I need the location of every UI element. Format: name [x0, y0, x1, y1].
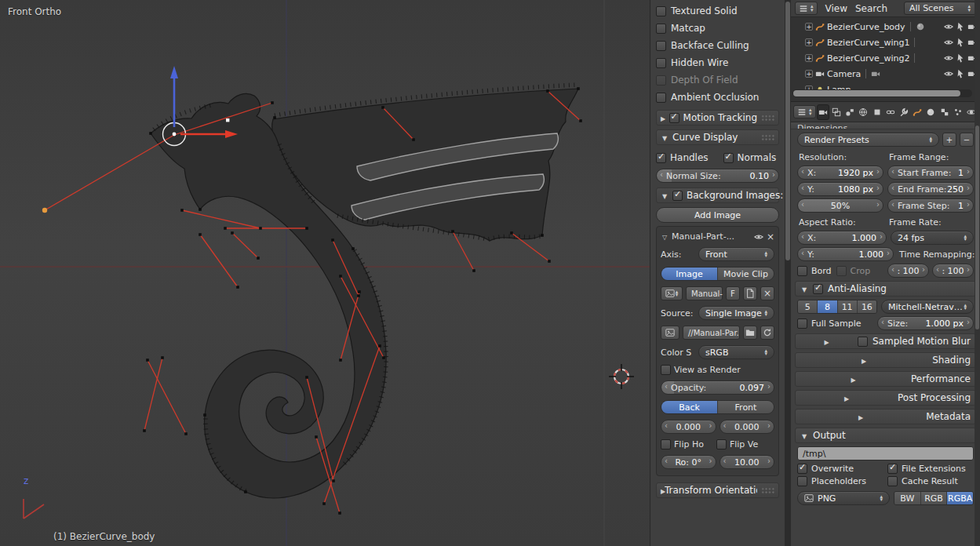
panel-sampled-motion-blur[interactable]: Sampled Motion Blur [795, 333, 976, 349]
view-as-render-checkbox[interactable] [661, 365, 671, 375]
outliner-item-beziercurve-wing1[interactable]: BezierCurve_wing1 [791, 35, 980, 50]
tab-render-layers[interactable] [830, 104, 843, 120]
panel-motion-tracking[interactable]: Motion Tracking [656, 110, 779, 126]
unlink-button[interactable] [760, 286, 774, 300]
scrollbar-thumb[interactable] [793, 90, 960, 96]
expanded-icon[interactable] [661, 132, 669, 143]
add-image-button[interactable]: Add Image [656, 207, 779, 223]
tab-texture[interactable] [938, 104, 950, 120]
output-path-field[interactable]: /tmp\ [797, 446, 974, 460]
outliner-horizontal-scrollbar[interactable] [792, 89, 972, 97]
option-textured-solid[interactable]: Textured Solid [656, 2, 779, 20]
collapsed-icon[interactable] [800, 373, 906, 384]
opacity-slider[interactable]: Opacity: 0.097 [661, 380, 774, 395]
color-mode-bw[interactable]: BW [894, 492, 921, 504]
scrollbar-thumb[interactable] [785, 2, 790, 260]
filepath-field[interactable]: //Manual-Par... [683, 326, 740, 340]
panel-performance[interactable]: Performance [795, 371, 976, 387]
eye-icon[interactable] [944, 53, 953, 63]
eye-icon[interactable] [944, 22, 953, 31]
checkbox[interactable] [656, 6, 666, 16]
aa-samples-16[interactable]: 16 [858, 300, 876, 313]
expanded-icon[interactable] [800, 283, 808, 294]
resolution-y-field[interactable]: Y:1080 px [797, 182, 883, 196]
drag-grip-icon[interactable] [761, 115, 774, 122]
collapsed-icon[interactable] [661, 112, 665, 123]
aspect-x-field[interactable]: X:1.000 [797, 231, 887, 245]
tab-front[interactable]: Front [718, 401, 774, 413]
aa-samples-5[interactable]: 5 [798, 300, 818, 313]
preset-remove-button[interactable]: − [960, 133, 974, 147]
preset-add-button[interactable]: + [942, 133, 956, 147]
full-sample-checkbox[interactable] [797, 318, 807, 329]
option-backface-culling[interactable]: Backface Culling [656, 37, 779, 54]
expand-icon[interactable] [805, 54, 813, 62]
outliner-item-camera[interactable]: Camera [791, 66, 980, 82]
offset-x-field[interactable]: 0.000 [661, 420, 716, 434]
size-field[interactable]: 10.00 [720, 455, 775, 469]
offset-y-field[interactable]: 0.000 [720, 420, 775, 434]
start-frame-field[interactable]: Start Frame:1 [887, 166, 974, 180]
pack-file-button[interactable] [743, 286, 757, 300]
end-frame-field[interactable]: End Frame:250 [887, 182, 974, 196]
collapsed-icon[interactable] [800, 392, 893, 403]
cursor-icon[interactable] [956, 38, 965, 47]
editor-type-selector[interactable] [795, 2, 818, 15]
option-matcap[interactable]: Matcap [656, 20, 779, 37]
panel-post-processing[interactable]: Post Processing [795, 390, 976, 406]
overwrite-checkbox[interactable] [797, 464, 807, 474]
collapsed-icon[interactable] [800, 336, 853, 347]
eye-icon[interactable] [944, 69, 953, 78]
display-filter-dropdown[interactable]: All Scenes [904, 2, 976, 15]
npanel-scrollbar[interactable] [785, 0, 791, 546]
tab-image[interactable]: Image [661, 268, 718, 280]
expand-icon[interactable] [805, 23, 813, 31]
frame-step-field[interactable]: Frame Step:1 [887, 198, 974, 213]
panel-background-images[interactable]: Background Images: [656, 187, 779, 203]
viewport-3d[interactable]: Front Ortho (1) BezierCurve_body z [0, 0, 650, 546]
tab-scene[interactable] [843, 104, 856, 120]
expanded-icon[interactable] [661, 190, 669, 201]
anti-aliasing-checkbox[interactable] [813, 284, 823, 294]
placeholders-option[interactable]: Placeholders [797, 476, 883, 486]
cursor-icon[interactable] [956, 53, 965, 63]
panel-curve-display[interactable]: Curve Display [656, 129, 779, 145]
tab-world[interactable] [857, 104, 869, 120]
render-presets-dropdown[interactable]: Render Presets [797, 133, 939, 147]
tab-movie-clip[interactable]: Movie Clip [718, 268, 774, 280]
panel-shading[interactable]: Shading [795, 352, 976, 368]
collapsed-icon[interactable] [800, 411, 921, 422]
image-name-field[interactable]: Manual- [686, 286, 723, 300]
open-file-button[interactable] [743, 326, 757, 340]
tab-object-data[interactable] [911, 104, 924, 120]
aa-size-field[interactable]: Size:1.000 px [877, 316, 974, 330]
remap-old-field[interactable]: : 100 [887, 264, 929, 278]
sampled-motion-blur-checkbox[interactable] [858, 337, 868, 347]
rotation-field[interactable]: Ro: 0° [661, 455, 716, 469]
expand-icon[interactable] [805, 38, 813, 46]
source-dropdown[interactable]: Single Image [698, 306, 774, 320]
reload-button[interactable] [760, 326, 774, 340]
resolution-x-field[interactable]: X:1920 px [797, 166, 883, 180]
panel-transform-orientations[interactable]: Transform Orientations [656, 482, 779, 498]
frame-rate-dropdown[interactable]: 24 fps [891, 231, 974, 245]
axis-dropdown[interactable]: Front [698, 247, 774, 261]
normals-checkbox[interactable] [723, 153, 734, 163]
flip-vertical-checkbox[interactable] [716, 439, 727, 450]
outliner-item-beziercurve-body[interactable]: BezierCurve_body [791, 19, 980, 35]
color-mode-rgba[interactable]: RGBA [947, 492, 973, 504]
drag-grip-icon[interactable] [761, 134, 774, 141]
drag-grip-icon[interactable] [761, 487, 774, 494]
background-image-header[interactable]: Manual-Part-... [661, 231, 774, 242]
fake-user-button[interactable]: F [726, 286, 740, 300]
image-type-button[interactable] [661, 326, 679, 340]
aa-filter-dropdown[interactable]: Mitchell-Netravali [881, 300, 974, 314]
panel-dimensions-clipped[interactable]: Dimensions [791, 122, 980, 129]
tab-back[interactable]: Back [661, 401, 718, 413]
normal-size-field[interactable]: Normal Size: 0.10 [656, 169, 779, 183]
expand-icon[interactable] [805, 70, 813, 78]
cursor-icon[interactable] [956, 69, 965, 78]
tab-object[interactable] [870, 104, 883, 120]
file-extensions-checkbox[interactable] [887, 464, 898, 474]
browse-image-button[interactable] [661, 286, 683, 300]
